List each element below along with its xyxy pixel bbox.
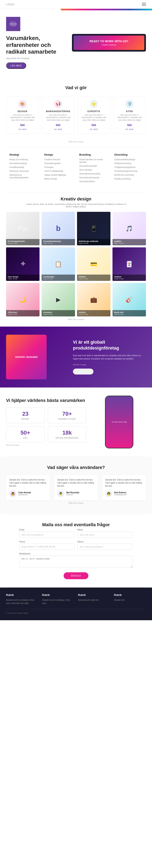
name-input[interactable] — [77, 532, 133, 538]
portfolio-type-3: Digital design — [79, 242, 109, 244]
author-avatar-3: 🧑 — [105, 490, 112, 497]
strategi-item-4[interactable]: Interactive workshops — [9, 170, 38, 173]
strategi-item-1[interactable]: Analys och forskning — [9, 158, 38, 161]
designer-title: Vi är ett globalt produktdesignföretag — [73, 339, 146, 351]
testimonial-text-3: Sample text. Click to select the text bo… — [105, 478, 143, 488]
portfolio-title-3: Webbdesign webbsida — [79, 240, 109, 242]
strategi-item-3[interactable]: Innehållsstrategi — [9, 166, 38, 168]
design-card-price: 56€ — [10, 123, 35, 127]
expertise-card-price: 56€ — [81, 123, 107, 127]
portfolio-item-4[interactable]: 🎵 Ljudklor Digital design — [112, 212, 146, 245]
hero-cta-button[interactable]: LÄS MER — [6, 62, 26, 69]
testimonial-1: Sample text. Click to select the text bo… — [6, 475, 50, 500]
portfolio-item-2[interactable]: b Varumärkeskampanj Digital design — [42, 212, 75, 245]
testimonial-2: Sample text. Click to select the text bo… — [54, 475, 98, 500]
strategi-item-5[interactable]: Optimering av varumärkesaktiviteter — [9, 174, 38, 179]
design-item-1[interactable]: Creative Direction — [44, 158, 73, 161]
dev-item-2[interactable]: Fullstackutveckling — [114, 162, 143, 165]
design-item-3[interactable]: Prototyper — [44, 166, 73, 168]
designer-text: Duis aute irure dolor in reprehenderit i… — [73, 354, 146, 361]
section-header: Vad vi gör — [0, 77, 152, 94]
stat-users-label: NÖJDA ANVÄNDARE — [51, 437, 83, 439]
email-input[interactable] — [19, 532, 75, 538]
contact-title: Maila oss med eventuella frågor — [6, 522, 146, 527]
design-item-5[interactable]: Skapa visuella tillgångar — [44, 174, 73, 176]
portfolio-overlay-5: Flyer design Digital design — [6, 275, 40, 281]
portfolio-item-7[interactable]: 💳 Visitkort Digital design — [77, 247, 110, 281]
marketing-card-price: 56€ — [45, 123, 71, 127]
phone-ui-text: Turn your idea to App — [111, 421, 127, 423]
branding-item-6[interactable]: Varumärkesfilmer — [79, 180, 108, 183]
portfolio-title-7: Visitkort — [79, 276, 109, 278]
address-field-group: Adress — [77, 540, 133, 550]
name-label: Name — [77, 529, 133, 531]
branding-item-5[interactable]: Varumärkeskampanjer — [79, 176, 108, 179]
phone-input[interactable] — [19, 544, 75, 550]
portfolio-item-5[interactable]: ✦ Flyer design Digital design — [6, 247, 40, 281]
marketing-card-text: Duis aute irure dolor in reprehenderit i… — [45, 114, 71, 121]
stat-apps-number: 23 — [9, 411, 42, 417]
portfolio-credit: Bilder från Unsplash — [6, 316, 146, 322]
portfolio-overlay-10: Animation Digital design — [42, 310, 75, 316]
portfolio-title-4: Ljudklor — [114, 240, 144, 242]
portfolio-overlay-6: Ansökningar Digital design — [42, 275, 75, 281]
badge-line1: ART & — [10, 22, 15, 23]
dev-item-1[interactable]: Systemarkitekturdesign — [114, 158, 143, 161]
branding-item-1[interactable]: Visuell identitet och verbal identitet — [79, 158, 108, 163]
address-label: Adress — [77, 540, 133, 543]
address-input[interactable] — [77, 544, 133, 550]
service-cards-row: 🎨 DESIGN Duis aute irure dolor in repreh… — [0, 94, 152, 140]
message-textarea[interactable] — [19, 556, 133, 568]
portfolio-item-8[interactable]: 🃏 Visitkort Digital design — [112, 247, 146, 281]
portfolio-item-6[interactable]: 📋 Ansökningar Digital design — [42, 247, 75, 281]
stats-right: Turn your idea to App — [92, 396, 146, 448]
portfolio-overlay-1: En företagsidentitet Digital design — [6, 239, 40, 245]
contact-section: Maila oss med eventuella frågor Email Na… — [0, 514, 152, 587]
hero-badge: ART & DESIGN STUDIO — [6, 17, 20, 31]
portfolio-item-1[interactable]: Fw En företagsidentitet Digital design — [6, 212, 40, 245]
author-info-1: Celia Almeda Sekreterare — [18, 492, 31, 496]
stod-card-link[interactable]: SE MER — [117, 128, 142, 130]
footer-col-2: Rubrik Sample text to to display in this… — [42, 594, 74, 605]
design-card-link[interactable]: SE MER — [10, 128, 35, 130]
name-field-group: Name — [77, 529, 133, 538]
portfolio-title-11: Visitkort — [79, 311, 109, 313]
strategi-item-2[interactable]: Varumärkesstrategi — [9, 162, 38, 165]
design-item-6[interactable]: Motion Design — [44, 178, 73, 180]
portfolio-type-4: Digital design — [114, 242, 144, 244]
branding-item-2[interactable]: Varumärkesidentitet — [79, 165, 108, 167]
phone-screen: Turn your idea to App — [106, 396, 133, 448]
marketing-card-link[interactable]: SE MER — [45, 128, 71, 130]
designer-cta-button[interactable]: LÄS MER — [73, 369, 93, 374]
footer-col-text-4: Sample text — [114, 598, 146, 602]
submit-button[interactable]: SKICKA — [64, 572, 88, 579]
design-item-4[interactable]: UI/UX & Webbdesign — [44, 170, 73, 173]
design-col-title: Design — [44, 153, 73, 156]
portfolio-item-12[interactable]: 🎸 Musik mall Digital design — [112, 283, 146, 316]
dev-item-4[interactable]: Precisionsprogrammering — [114, 170, 143, 173]
portfolio-item-10[interactable]: ▶ Animation Digital design — [42, 283, 75, 316]
branding-item-3[interactable]: Sonic identitet — [79, 168, 108, 171]
expertise-card-link[interactable]: SE MER — [81, 128, 107, 130]
portfolio-item-3[interactable]: 📱 Webbdesign webbsida Digital design — [77, 212, 110, 245]
portfolio-title-10: Animation — [43, 311, 73, 313]
design-item-2[interactable]: Varumärkesguider — [44, 162, 73, 165]
design-card-title: DESIGN — [10, 110, 35, 113]
laptop-screen-sub: Creative Solutions — [78, 44, 140, 46]
branding-item-4[interactable]: Varumärkesomvandling — [79, 173, 108, 175]
hamburger-line2 — [142, 4, 146, 4]
portfolio-item-11[interactable]: 💼 Visitkort Digital design — [77, 283, 110, 316]
portfolio-item-9[interactable]: 🌙 Affischvart Digital design — [6, 283, 40, 316]
hamburger-button[interactable] — [142, 3, 146, 6]
portfolio-overlay-12: Musik mall Digital design — [112, 310, 146, 316]
dev-item-3[interactable]: Tredjepartsintegrationer — [114, 166, 143, 168]
laptop-mockup: READY TO WORK WITH US? Creative Solution… — [72, 34, 146, 52]
badge-line2: DESIGN — [10, 23, 17, 25]
vad-vi-gor-section: Vad vi gör 🎨 DESIGN Duis aute irure dolo… — [0, 77, 152, 147]
freepik-credit: Bilder från Freepik — [0, 140, 152, 147]
dev-item-5[interactable]: WordPress-utveckling — [114, 174, 143, 176]
dev-item-6[interactable]: Shopify-utveckling — [114, 178, 143, 180]
stat-websites: 70+ WEBBPLATSER — [48, 408, 86, 423]
testimonials-section: Vad säger våra användare? Sample text. C… — [0, 457, 152, 514]
portfolio-title-5: Flyer design — [8, 276, 38, 278]
